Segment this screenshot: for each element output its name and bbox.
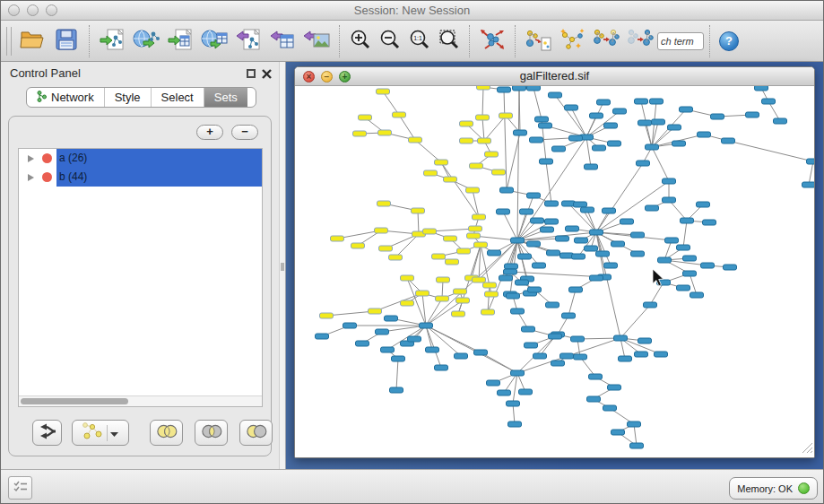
graph-node[interactable] bbox=[457, 248, 471, 254]
graph-node[interactable] bbox=[435, 160, 448, 165]
tab-style[interactable]: Style bbox=[105, 88, 152, 107]
zoom-fit-button[interactable] bbox=[434, 23, 464, 59]
graph-node[interactable] bbox=[376, 329, 389, 335]
graph-node[interactable] bbox=[552, 146, 566, 152]
graph-node[interactable] bbox=[483, 282, 497, 288]
close-panel-button[interactable] bbox=[261, 67, 273, 79]
graph-node[interactable] bbox=[377, 201, 391, 206]
graph-node[interactable] bbox=[467, 233, 481, 239]
window-resize-grip[interactable] bbox=[802, 441, 813, 457]
graph-node[interactable] bbox=[611, 430, 625, 435]
export-table-button[interactable] bbox=[265, 23, 299, 59]
graph-edge[interactable] bbox=[596, 211, 609, 232]
graph-node[interactable] bbox=[590, 275, 603, 281]
graph-node[interactable] bbox=[505, 264, 518, 269]
graph-node[interactable] bbox=[701, 263, 715, 268]
graph-edge[interactable] bbox=[546, 161, 551, 204]
graph-node[interactable] bbox=[507, 293, 520, 299]
graph-node[interactable] bbox=[485, 291, 499, 297]
graph-edge[interactable] bbox=[395, 234, 419, 257]
graph-node[interactable] bbox=[377, 89, 390, 94]
graph-node[interactable] bbox=[474, 242, 488, 248]
graph-node[interactable] bbox=[697, 202, 710, 207]
graph-node[interactable] bbox=[590, 113, 603, 118]
graph-node[interactable] bbox=[511, 238, 525, 243]
graph-node[interactable] bbox=[389, 255, 403, 260]
set-item-label[interactable]: a (26) bbox=[56, 149, 262, 168]
graph-node[interactable] bbox=[603, 208, 616, 213]
graph-node[interactable] bbox=[614, 335, 628, 341]
graph-node[interactable] bbox=[320, 313, 334, 318]
graph-node[interactable] bbox=[608, 385, 621, 390]
graph-node[interactable] bbox=[497, 209, 510, 214]
remove-set-button[interactable]: − bbox=[231, 125, 258, 140]
search-input[interactable] bbox=[657, 32, 704, 50]
graph-node[interactable] bbox=[585, 246, 598, 251]
open-file-button[interactable] bbox=[15, 23, 49, 59]
network-view-window[interactable]: × − + galFiltered.sif bbox=[294, 66, 815, 458]
graph-node[interactable] bbox=[631, 251, 645, 256]
graph-node[interactable] bbox=[454, 289, 467, 294]
graph-node[interactable] bbox=[574, 354, 587, 360]
graph-node[interactable] bbox=[525, 343, 538, 348]
graph-node[interactable] bbox=[585, 164, 598, 169]
graph-node[interactable] bbox=[531, 218, 544, 223]
apply-layout-button[interactable] bbox=[475, 23, 509, 59]
show-all-button[interactable] bbox=[555, 23, 589, 59]
graph-node[interactable] bbox=[353, 131, 367, 136]
graph-node[interactable] bbox=[545, 219, 559, 224]
graph-node[interactable] bbox=[522, 326, 535, 332]
graph-edge[interactable] bbox=[634, 424, 637, 446]
graph-node[interactable] bbox=[331, 236, 344, 241]
graph-edge[interactable] bbox=[375, 293, 422, 311]
graph-node[interactable] bbox=[432, 254, 446, 259]
graph-node[interactable] bbox=[608, 141, 621, 146]
graph-edge[interactable] bbox=[396, 359, 398, 390]
graph-node[interactable] bbox=[575, 238, 588, 243]
minimize-view-button[interactable]: − bbox=[321, 71, 333, 83]
panel-splitter[interactable] bbox=[279, 62, 286, 469]
graph-node[interactable] bbox=[635, 99, 648, 104]
graph-node[interactable] bbox=[562, 313, 576, 318]
graph-edge[interactable] bbox=[426, 299, 442, 326]
graph-node[interactable] bbox=[652, 119, 665, 125]
graph-node[interactable] bbox=[711, 114, 724, 119]
help-button[interactable]: ? bbox=[719, 31, 739, 51]
graph-node[interactable] bbox=[520, 209, 533, 214]
graph-node[interactable] bbox=[533, 263, 546, 268]
zoom-out-button[interactable] bbox=[375, 23, 404, 59]
graph-node[interactable] bbox=[485, 152, 499, 157]
graph-node[interactable] bbox=[677, 245, 690, 250]
intersect-sets-button[interactable] bbox=[195, 420, 228, 446]
zoom-in-button[interactable] bbox=[345, 23, 375, 59]
graph-edge[interactable] bbox=[578, 232, 596, 256]
graph-node[interactable] bbox=[646, 144, 659, 150]
split-sets-button[interactable] bbox=[32, 420, 62, 446]
graph-node[interactable] bbox=[466, 187, 480, 193]
graph-node[interactable] bbox=[683, 271, 697, 276]
union-sets-button[interactable] bbox=[150, 420, 183, 446]
graph-node[interactable] bbox=[619, 356, 632, 361]
graph-node[interactable] bbox=[392, 356, 405, 361]
graph-node[interactable] bbox=[589, 374, 603, 379]
graph-node[interactable] bbox=[690, 292, 704, 298]
dropdown-caret-icon[interactable] bbox=[109, 425, 119, 441]
graph-node[interactable] bbox=[762, 99, 776, 104]
close-window-button[interactable] bbox=[8, 4, 20, 16]
graph-node[interactable] bbox=[663, 197, 676, 203]
graph-node[interactable] bbox=[724, 265, 737, 270]
import-network-file-button[interactable] bbox=[95, 23, 129, 59]
graph-node[interactable] bbox=[807, 159, 815, 164]
graph-node[interactable] bbox=[681, 218, 694, 223]
import-table-url-button[interactable] bbox=[197, 23, 231, 59]
graph-node[interactable] bbox=[638, 338, 652, 343]
graph-node[interactable] bbox=[514, 130, 527, 135]
graph-node[interactable] bbox=[474, 350, 488, 355]
export-image-button[interactable] bbox=[299, 23, 334, 59]
graph-edge[interactable] bbox=[645, 123, 652, 147]
graph-node[interactable] bbox=[435, 365, 448, 370]
graph-edge[interactable] bbox=[513, 373, 517, 404]
graph-node[interactable] bbox=[672, 141, 686, 146]
graph-node[interactable] bbox=[638, 120, 652, 126]
graph-node[interactable] bbox=[703, 220, 716, 225]
